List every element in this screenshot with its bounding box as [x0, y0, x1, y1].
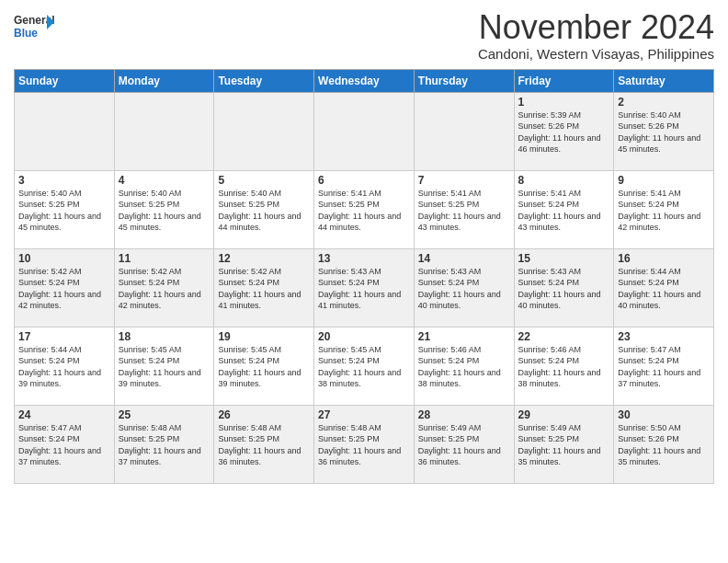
- calendar-week-row: 24Sunrise: 5:47 AM Sunset: 5:24 PM Dayli…: [15, 405, 714, 483]
- calendar-cell: 27Sunrise: 5:48 AM Sunset: 5:25 PM Dayli…: [314, 405, 415, 483]
- calendar-cell: 9Sunrise: 5:41 AM Sunset: 5:24 PM Daylig…: [614, 170, 714, 248]
- day-info: Sunrise: 5:42 AM Sunset: 5:24 PM Dayligh…: [218, 266, 310, 312]
- day-info: Sunrise: 5:47 AM Sunset: 5:24 PM Dayligh…: [18, 422, 110, 468]
- day-number: 27: [318, 408, 410, 421]
- calendar-cell: 18Sunrise: 5:45 AM Sunset: 5:24 PM Dayli…: [114, 327, 214, 405]
- day-number: 4: [119, 174, 210, 187]
- day-number: 9: [618, 174, 710, 187]
- day-info: Sunrise: 5:47 AM Sunset: 5:24 PM Dayligh…: [618, 344, 710, 390]
- day-number: 6: [318, 174, 410, 187]
- calendar-cell: 25Sunrise: 5:48 AM Sunset: 5:25 PM Dayli…: [114, 405, 214, 483]
- calendar-week-row: 17Sunrise: 5:44 AM Sunset: 5:24 PM Dayli…: [15, 327, 714, 405]
- weekday-header: Tuesday: [214, 69, 314, 92]
- day-info: Sunrise: 5:45 AM Sunset: 5:24 PM Dayligh…: [119, 344, 210, 390]
- day-info: Sunrise: 5:41 AM Sunset: 5:24 PM Dayligh…: [518, 188, 610, 234]
- day-info: Sunrise: 5:49 AM Sunset: 5:25 PM Dayligh…: [518, 422, 610, 468]
- logo: General Blue: [14, 9, 51, 46]
- day-number: 20: [318, 330, 410, 343]
- calendar-cell: 26Sunrise: 5:48 AM Sunset: 5:25 PM Dayli…: [214, 405, 314, 483]
- weekday-header: Sunday: [15, 69, 115, 92]
- day-number: 22: [518, 330, 610, 343]
- day-number: 15: [518, 252, 610, 265]
- calendar-cell: 15Sunrise: 5:43 AM Sunset: 5:24 PM Dayli…: [514, 248, 614, 327]
- day-info: Sunrise: 5:43 AM Sunset: 5:24 PM Dayligh…: [418, 266, 510, 312]
- calendar-week-row: 3Sunrise: 5:40 AM Sunset: 5:25 PM Daylig…: [15, 170, 714, 248]
- calendar-cell: 14Sunrise: 5:43 AM Sunset: 5:24 PM Dayli…: [414, 248, 514, 327]
- day-number: 26: [218, 408, 310, 421]
- calendar-cell: 29Sunrise: 5:49 AM Sunset: 5:25 PM Dayli…: [514, 405, 614, 483]
- weekday-header: Monday: [114, 69, 214, 92]
- day-number: 8: [518, 174, 610, 187]
- calendar-cell: 28Sunrise: 5:49 AM Sunset: 5:25 PM Dayli…: [414, 405, 514, 483]
- day-number: 12: [218, 252, 310, 265]
- calendar-cell: 30Sunrise: 5:50 AM Sunset: 5:26 PM Dayli…: [614, 405, 714, 483]
- weekday-header: Friday: [514, 69, 614, 92]
- header: General Blue November 2024 Candoni, West…: [14, 9, 714, 62]
- calendar-cell: [414, 92, 514, 170]
- title-area: November 2024 Candoni, Western Visayas, …: [478, 9, 714, 62]
- day-info: Sunrise: 5:42 AM Sunset: 5:24 PM Dayligh…: [18, 266, 110, 312]
- day-info: Sunrise: 5:49 AM Sunset: 5:25 PM Dayligh…: [418, 422, 510, 468]
- calendar-cell: 1Sunrise: 5:39 AM Sunset: 5:26 PM Daylig…: [514, 92, 614, 170]
- day-info: Sunrise: 5:48 AM Sunset: 5:25 PM Dayligh…: [218, 422, 310, 468]
- calendar-cell: 10Sunrise: 5:42 AM Sunset: 5:24 PM Dayli…: [15, 248, 115, 327]
- day-info: Sunrise: 5:45 AM Sunset: 5:24 PM Dayligh…: [218, 344, 310, 390]
- calendar-cell: 20Sunrise: 5:45 AM Sunset: 5:24 PM Dayli…: [314, 327, 415, 405]
- day-number: 2: [618, 96, 710, 109]
- calendar-cell: [114, 92, 214, 170]
- day-number: 29: [518, 408, 610, 421]
- calendar-cell: [314, 92, 415, 170]
- calendar-cell: 17Sunrise: 5:44 AM Sunset: 5:24 PM Dayli…: [15, 327, 115, 405]
- day-number: 25: [119, 408, 210, 421]
- day-number: 13: [318, 252, 410, 265]
- calendar-cell: 7Sunrise: 5:41 AM Sunset: 5:25 PM Daylig…: [414, 170, 514, 248]
- calendar-cell: 5Sunrise: 5:40 AM Sunset: 5:25 PM Daylig…: [214, 170, 314, 248]
- weekday-header: Wednesday: [314, 69, 415, 92]
- day-info: Sunrise: 5:42 AM Sunset: 5:24 PM Dayligh…: [119, 266, 210, 312]
- calendar-cell: 24Sunrise: 5:47 AM Sunset: 5:24 PM Dayli…: [15, 405, 115, 483]
- day-number: 11: [119, 252, 210, 265]
- day-number: 19: [218, 330, 310, 343]
- calendar-cell: [15, 92, 115, 170]
- day-info: Sunrise: 5:40 AM Sunset: 5:25 PM Dayligh…: [119, 188, 210, 234]
- calendar-cell: 8Sunrise: 5:41 AM Sunset: 5:24 PM Daylig…: [514, 170, 614, 248]
- day-info: Sunrise: 5:44 AM Sunset: 5:24 PM Dayligh…: [18, 344, 110, 390]
- day-number: 14: [418, 252, 510, 265]
- calendar-cell: 23Sunrise: 5:47 AM Sunset: 5:24 PM Dayli…: [614, 327, 714, 405]
- calendar-week-row: 10Sunrise: 5:42 AM Sunset: 5:24 PM Dayli…: [15, 248, 714, 327]
- day-info: Sunrise: 5:41 AM Sunset: 5:25 PM Dayligh…: [318, 188, 410, 234]
- day-number: 21: [418, 330, 510, 343]
- day-info: Sunrise: 5:44 AM Sunset: 5:24 PM Dayligh…: [618, 266, 710, 312]
- calendar-week-row: 1Sunrise: 5:39 AM Sunset: 5:26 PM Daylig…: [15, 92, 714, 170]
- day-number: 18: [119, 330, 210, 343]
- day-info: Sunrise: 5:40 AM Sunset: 5:25 PM Dayligh…: [18, 188, 110, 234]
- calendar-cell: 4Sunrise: 5:40 AM Sunset: 5:25 PM Daylig…: [114, 170, 214, 248]
- day-info: Sunrise: 5:50 AM Sunset: 5:26 PM Dayligh…: [618, 422, 710, 468]
- calendar-cell: 11Sunrise: 5:42 AM Sunset: 5:24 PM Dayli…: [114, 248, 214, 327]
- svg-text:Blue: Blue: [14, 27, 38, 40]
- day-info: Sunrise: 5:46 AM Sunset: 5:24 PM Dayligh…: [418, 344, 510, 390]
- calendar-cell: 13Sunrise: 5:43 AM Sunset: 5:24 PM Dayli…: [314, 248, 415, 327]
- day-number: 24: [18, 408, 110, 421]
- day-info: Sunrise: 5:40 AM Sunset: 5:26 PM Dayligh…: [618, 109, 710, 155]
- day-number: 5: [218, 174, 310, 187]
- day-number: 28: [418, 408, 510, 421]
- day-info: Sunrise: 5:41 AM Sunset: 5:24 PM Dayligh…: [618, 188, 710, 234]
- calendar-cell: 6Sunrise: 5:41 AM Sunset: 5:25 PM Daylig…: [314, 170, 415, 248]
- location-subtitle: Candoni, Western Visayas, Philippines: [478, 46, 714, 62]
- calendar-table: SundayMondayTuesdayWednesdayThursdayFrid…: [14, 69, 714, 484]
- day-info: Sunrise: 5:48 AM Sunset: 5:25 PM Dayligh…: [119, 422, 210, 468]
- day-info: Sunrise: 5:40 AM Sunset: 5:25 PM Dayligh…: [218, 188, 310, 234]
- weekday-header-row: SundayMondayTuesdayWednesdayThursdayFrid…: [15, 69, 714, 92]
- day-number: 3: [18, 174, 110, 187]
- day-info: Sunrise: 5:39 AM Sunset: 5:26 PM Dayligh…: [518, 109, 610, 155]
- day-number: 1: [518, 96, 610, 109]
- month-title: November 2024: [478, 9, 714, 46]
- weekday-header: Saturday: [614, 69, 714, 92]
- calendar-cell: 3Sunrise: 5:40 AM Sunset: 5:25 PM Daylig…: [15, 170, 115, 248]
- day-number: 17: [18, 330, 110, 343]
- day-number: 7: [418, 174, 510, 187]
- day-info: Sunrise: 5:48 AM Sunset: 5:25 PM Dayligh…: [318, 422, 410, 468]
- day-info: Sunrise: 5:43 AM Sunset: 5:24 PM Dayligh…: [518, 266, 610, 312]
- day-info: Sunrise: 5:45 AM Sunset: 5:24 PM Dayligh…: [318, 344, 410, 390]
